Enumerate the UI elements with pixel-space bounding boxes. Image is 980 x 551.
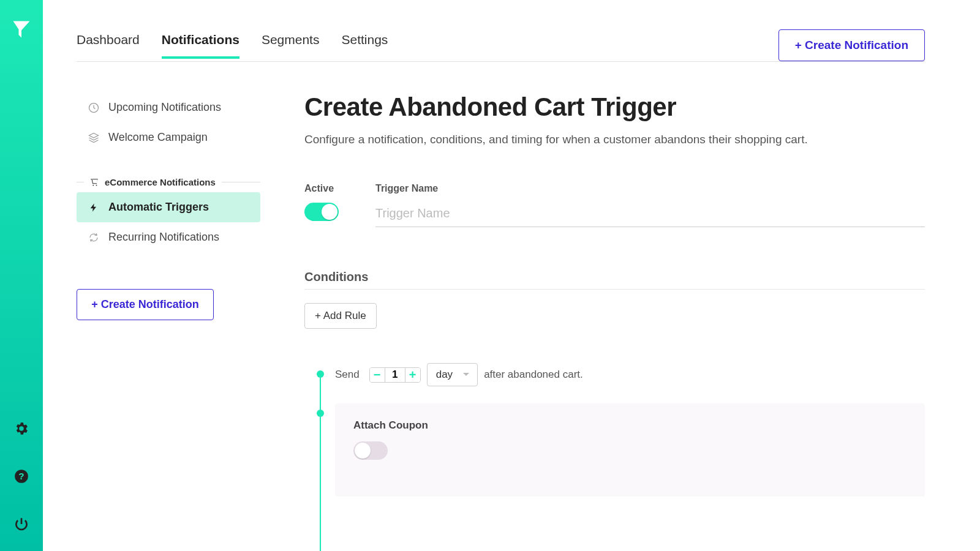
- send-quantity-stepper: − +: [369, 367, 421, 383]
- trigger-name-label: Trigger Name: [375, 183, 925, 194]
- sidebar-upcoming-label: Upcoming Notifications: [108, 101, 221, 114]
- active-field: Active: [304, 183, 339, 221]
- timeline-line: [320, 374, 321, 551]
- timeline-dot-icon: [317, 410, 324, 417]
- send-row: Send − + day after abandoned cart.: [323, 363, 925, 386]
- clock-icon: [88, 102, 100, 114]
- top-bar: Dashboard Notifications Segments Setting…: [77, 0, 925, 62]
- recurring-icon: [88, 232, 100, 243]
- sidebar-welcome[interactable]: Welcome Campaign: [77, 122, 260, 152]
- send-label: Send: [335, 369, 360, 381]
- nav-dashboard[interactable]: Dashboard: [77, 32, 140, 58]
- sidebar-recurring[interactable]: Recurring Notifications: [77, 222, 260, 252]
- cart-icon: [90, 178, 99, 187]
- settings-gear-icon[interactable]: [13, 420, 30, 437]
- trigger-name-field: Trigger Name: [375, 183, 925, 227]
- attach-coupon-label: Attach Coupon: [353, 419, 907, 432]
- page-title: Create Abandoned Cart Trigger: [304, 92, 925, 122]
- sidebar-welcome-label: Welcome Campaign: [108, 131, 208, 144]
- left-rail: ?: [0, 0, 43, 551]
- create-notification-button[interactable]: + Create Notification: [778, 29, 925, 61]
- active-label: Active: [304, 183, 339, 194]
- nav-segments[interactable]: Segments: [262, 32, 320, 58]
- svg-point-4: [96, 184, 97, 186]
- sidebar: Upcoming Notifications Welcome Campaign …: [77, 92, 260, 551]
- page-subtitle: Configure a notification, conditions, an…: [304, 133, 925, 146]
- nav-settings[interactable]: Settings: [341, 32, 388, 58]
- time-unit-select[interactable]: day: [427, 363, 478, 386]
- sidebar-upcoming[interactable]: Upcoming Notifications: [77, 92, 260, 122]
- power-icon[interactable]: [13, 515, 30, 533]
- nav-notifications[interactable]: Notifications: [162, 32, 239, 58]
- help-icon[interactable]: ?: [13, 468, 30, 485]
- attach-coupon-toggle[interactable]: [353, 441, 388, 460]
- sidebar-section-label: eCommerce Notifications: [105, 177, 216, 187]
- active-toggle[interactable]: [304, 203, 339, 221]
- divider: [304, 289, 925, 290]
- timeline: Send − + day after abandoned cart.: [304, 363, 925, 497]
- after-label: after abandoned cart.: [484, 369, 583, 381]
- sidebar-automatic-triggers[interactable]: Automatic Triggers: [77, 192, 260, 222]
- time-unit-value: day: [436, 369, 453, 381]
- layers-icon: [88, 132, 100, 144]
- coupon-card: Attach Coupon: [335, 403, 925, 497]
- chevron-down-icon: [462, 372, 470, 377]
- svg-text:?: ?: [18, 471, 24, 481]
- stepper-input[interactable]: [385, 368, 405, 382]
- form-area: Create Abandoned Cart Trigger Configure …: [260, 92, 925, 551]
- app-logo-icon: [10, 18, 32, 40]
- stepper-decrement-button[interactable]: −: [370, 368, 385, 382]
- timeline-dot-icon: [317, 370, 324, 378]
- trigger-name-input[interactable]: [375, 203, 925, 227]
- bolt-icon: [88, 203, 100, 212]
- sidebar-section-ecommerce: eCommerce Notifications: [77, 177, 260, 187]
- sidebar-recurring-label: Recurring Notifications: [108, 231, 219, 244]
- svg-point-3: [92, 184, 94, 186]
- sidebar-create-button[interactable]: + Create Notification: [77, 289, 214, 320]
- stepper-increment-button[interactable]: +: [405, 368, 420, 382]
- conditions-title: Conditions: [304, 270, 925, 284]
- add-rule-button[interactable]: + Add Rule: [304, 303, 377, 329]
- sidebar-automatic-label: Automatic Triggers: [108, 201, 209, 214]
